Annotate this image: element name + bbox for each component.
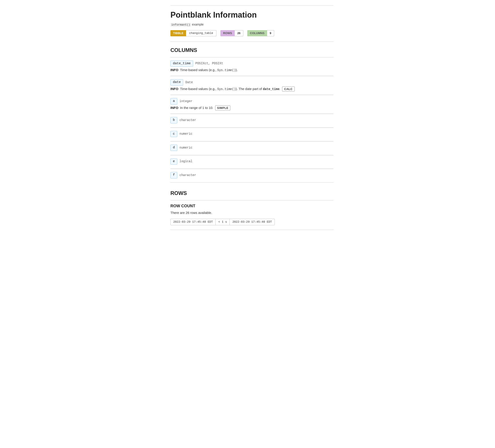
- rows-section-heading: ROWS: [170, 185, 333, 200]
- col-name-row-e: e logical: [170, 158, 333, 165]
- col-type-f: character: [179, 173, 196, 178]
- info-text-a: In the range of 1 to 10.: [180, 105, 213, 110]
- col-name-row-date_time: date_time POSIXct, POSIXt: [170, 61, 333, 67]
- row-count-text: There are 26 rows available.: [170, 210, 333, 215]
- cols-label-badge: COLUMNS: [247, 30, 267, 36]
- info-text-date_time: Time-based values (e.g., Sys.time()).: [180, 67, 238, 73]
- cols-value-badge: 9: [267, 30, 274, 36]
- columns-list: date_time POSIXct, POSIXt INFO Time-base…: [170, 57, 333, 182]
- timestamp-end: 2022-03-29 17:45:40 EDT: [229, 219, 275, 225]
- tibble-badge: TIBBLE: [170, 30, 186, 36]
- col-name-row-c: c numeric: [170, 131, 333, 137]
- info-label-a: INFO: [170, 105, 178, 110]
- column-item-c: c numeric: [170, 128, 333, 142]
- col-type-date_time: POSIXct, POSIXt: [195, 61, 223, 66]
- badges-row: TIBBLE changing_table ROWS 26 COLUMNS 9: [170, 30, 333, 36]
- rows-section: ROWS ROW COUNT There are 26 rows availab…: [170, 183, 333, 225]
- info-text-date: Time-based values (e.g., Sys.time()). Th…: [180, 86, 281, 92]
- page-container: Pointblank Information informant() examp…: [153, 0, 342, 239]
- subtitle: informant() example: [170, 22, 333, 27]
- col-name-badge-a: a: [170, 98, 177, 105]
- col-name-badge-date_time: date_time: [170, 61, 193, 67]
- bottom-divider: [170, 230, 333, 230]
- col-name-row-a: a integer: [170, 98, 333, 105]
- col-info-row-date: INFO Time-based values (e.g., Sys.time()…: [170, 86, 333, 92]
- col-name-badge-date: date: [170, 79, 183, 86]
- col-name-badge-c: c: [170, 131, 177, 137]
- col-name-row-f: f character: [170, 172, 333, 178]
- column-item-b: b character: [170, 114, 333, 128]
- row-count-heading: ROW COUNT: [170, 200, 333, 210]
- column-item-date: date Date INFO Time-based values (e.g., …: [170, 76, 333, 95]
- col-name-row-date: date Date: [170, 79, 333, 86]
- col-type-d: numeric: [179, 145, 192, 150]
- subtitle-text: example: [191, 23, 204, 26]
- tag-badge-date: CALC: [282, 86, 294, 92]
- column-item-date_time: date_time POSIXct, POSIXt INFO Time-base…: [170, 57, 333, 76]
- info-label-date: INFO: [170, 86, 178, 92]
- column-item-d: d numeric: [170, 142, 333, 155]
- timestamp-row: 2022-03-29 17:45:40 EDT < 1 s 2022-03-29…: [170, 219, 333, 225]
- rows-value-badge: 26: [235, 30, 243, 36]
- column-item-f: f character: [170, 169, 333, 182]
- rows-label-badge: ROWS: [220, 30, 234, 36]
- col-type-c: numeric: [179, 132, 192, 136]
- col-type-date: Date: [185, 80, 193, 85]
- timestamp-start: 2022-03-29 17:45:40 EDT: [170, 219, 216, 225]
- table-name-badge: changing_table: [186, 30, 217, 36]
- col-name-badge-b: b: [170, 117, 177, 123]
- subtitle-code: informant(): [170, 23, 191, 27]
- col-name-badge-e: e: [170, 158, 177, 165]
- page-title: Pointblank Information: [170, 5, 333, 21]
- col-type-e: logical: [179, 159, 192, 164]
- col-name-badge-f: f: [170, 172, 177, 178]
- columns-section-heading: COLUMNS: [170, 42, 333, 57]
- column-item-e: e logical: [170, 155, 333, 169]
- tag-badge-a: SIMPLE: [215, 105, 231, 111]
- column-item-a: a integer INFO In the range of 1 to 10. …: [170, 95, 333, 114]
- col-type-b: character: [179, 118, 196, 123]
- col-name-badge-d: d: [170, 145, 177, 151]
- col-type-a: integer: [179, 99, 192, 104]
- col-info-row-date_time: INFO Time-based values (e.g., Sys.time()…: [170, 67, 333, 73]
- timestamp-duration: < 1 s: [216, 219, 229, 225]
- col-info-row-a: INFO In the range of 1 to 10. SIMPLE: [170, 105, 333, 111]
- col-name-row-d: d numeric: [170, 145, 333, 151]
- info-label-date_time: INFO: [170, 67, 178, 73]
- col-name-row-b: b character: [170, 117, 333, 123]
